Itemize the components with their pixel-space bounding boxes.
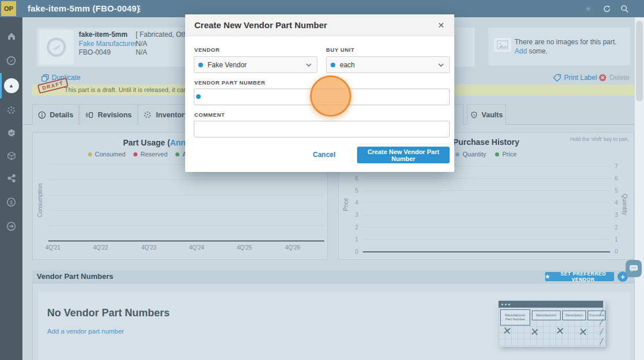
add-vendor-part-number-link[interactable]: Add a vendor part number	[47, 328, 124, 335]
legend-item-quantity: Quantity	[455, 151, 486, 158]
app-logo[interactable]: OP	[1, 1, 16, 16]
part-images-card: There are no images for this part. Add s…	[488, 28, 630, 66]
gridline	[363, 215, 610, 215]
refresh-icon[interactable]	[601, 3, 612, 14]
create-vendor-part-number-submit-button[interactable]: Create New Vendor Part Number	[357, 147, 450, 163]
quantity-dot	[455, 152, 459, 156]
vendor-part-number-input[interactable]	[194, 89, 450, 105]
sidebar-item-parts[interactable]: ▲	[0, 76, 22, 95]
left-tick: 1	[343, 236, 358, 243]
share-icon	[7, 174, 16, 183]
left-tick: 5	[343, 187, 358, 194]
right-tick: 7	[615, 163, 626, 170]
x-tick: 4Q'25	[227, 244, 262, 251]
delete-button[interactable]: Delete	[599, 74, 630, 82]
close-icon[interactable]: ✕	[436, 14, 446, 36]
empty-state-panel: No Vendor Part Numbers Add a vendor part…	[38, 292, 630, 360]
tab-vaults[interactable]: Vaults	[467, 104, 506, 125]
cancel-button[interactable]: Cancel	[313, 151, 335, 159]
reserved-dot	[133, 152, 137, 156]
arrow-right-circle-icon	[6, 221, 16, 231]
add-images-suffix: some.	[527, 47, 547, 55]
tab-details[interactable]: Details	[32, 104, 79, 125]
vendor-status-dot	[198, 63, 203, 67]
favorite-star-icon[interactable]: ★	[583, 3, 593, 14]
revisions-icon	[85, 111, 94, 119]
sidebar-item-finance[interactable]: $	[0, 192, 22, 212]
part-name: fake-item-5mm	[79, 30, 137, 40]
sidebar-item-sharing[interactable]	[0, 168, 22, 188]
buy-unit-status-dot	[331, 63, 335, 67]
gridline	[363, 202, 610, 203]
left-tick: 0	[343, 248, 358, 255]
vendor-part-number-field-label: VENDOR PART NUMBER	[194, 79, 266, 86]
left-tick: 2	[343, 224, 358, 231]
home-icon	[7, 32, 16, 41]
add-images-link[interactable]: Add	[515, 47, 527, 55]
illustration-window-bar	[499, 301, 603, 308]
support-chat-tab[interactable]	[626, 260, 642, 277]
app-window: OP fake-item-5mm (FBO-0049) ⋮ ★ ▲	[0, 0, 644, 360]
tab-revisions[interactable]: Revisions	[79, 104, 137, 125]
no-images-text: There are no images for this part.	[515, 38, 616, 47]
sidebar-item-home[interactable]	[0, 26, 22, 46]
manufacturer-link[interactable]: Fake Manufacturer	[79, 40, 137, 48]
gridline	[363, 227, 610, 228]
sidebar-item-quality[interactable]	[0, 123, 22, 143]
part-number: FBO-0049	[79, 48, 137, 58]
sidebar-item-logout[interactable]	[0, 216, 22, 236]
sidebar-item-inventory[interactable]	[0, 100, 22, 120]
comment-input[interactable]	[194, 121, 450, 137]
image-placeholder-icon	[494, 38, 511, 52]
page-scrollbar-thumb[interactable]	[636, 21, 643, 101]
vendor-select[interactable]: Fake Vendor	[194, 56, 317, 73]
gridline	[363, 239, 610, 240]
right-tick: 5	[615, 187, 626, 194]
modal-title: Create New Vendor Part Number	[194, 14, 327, 36]
legend-item-reserved: Reserved	[133, 151, 167, 158]
empty-state-title: No Vendor Part Numbers	[47, 307, 170, 319]
sidebar-item-packages[interactable]	[0, 146, 22, 166]
sidebar-item-dashboard[interactable]	[0, 51, 22, 70]
chevron-down-icon	[438, 63, 444, 67]
search-icon[interactable]	[619, 3, 630, 14]
page-scrollbar-track[interactable]	[635, 17, 644, 360]
x-tick: 4Q'23	[132, 244, 166, 251]
modal-header: Create New Vendor Part Number ✕	[185, 14, 454, 36]
chat-bubble-icon	[629, 265, 638, 273]
vendor-field-label: VENDOR	[194, 47, 220, 53]
part-identity-column: fake-item-5mm Fake Manufacturer FBO-0049	[79, 30, 137, 58]
x-tick: 4Q'26	[275, 244, 310, 251]
empty-state-illustration: Manufacturer Part Number Manufacturer De…	[499, 301, 605, 347]
dots-grid-icon	[6, 105, 16, 115]
zero-baseline	[48, 240, 324, 242]
consumed-dot	[88, 152, 92, 156]
cube-icon	[7, 151, 16, 160]
gridline	[48, 210, 324, 211]
gridline	[48, 225, 324, 226]
illustration-column: Description	[562, 311, 586, 320]
buy-unit-select[interactable]: each	[326, 56, 450, 73]
tag-icon	[553, 74, 561, 82]
allocated-dot	[175, 152, 179, 156]
print-label-button[interactable]: Print Label	[553, 74, 597, 82]
logo-swirl-icon	[46, 37, 67, 58]
vendor-part-numbers-card: No Vendor Part Numbers Add a vendor part…	[32, 283, 635, 360]
gridline	[363, 190, 610, 191]
purchase-history-plot[interactable]	[363, 162, 610, 254]
set-preferred-vendor-button[interactable]: ★ SET PREFERRED VENDOR	[545, 272, 614, 281]
left-tick: 6	[343, 175, 358, 182]
vendor-part-number-status-dot	[196, 94, 201, 99]
dollar-circle-icon: $	[6, 197, 16, 207]
shield-icon	[470, 111, 478, 119]
left-tick: 3	[343, 211, 358, 219]
chevron-down-icon	[306, 63, 312, 67]
right-tick: 2	[615, 224, 626, 231]
vendor-part-numbers-title: Vendor Part Numbers	[37, 270, 113, 283]
overflow-menu-icon[interactable]: ⋮	[133, 0, 146, 17]
right-tick: 3	[615, 211, 626, 219]
parts-icon: ▲	[4, 78, 19, 93]
illustration-column: Manufacturer	[532, 311, 561, 320]
dots-grid-icon	[143, 110, 152, 119]
x-tick: 4Q'24	[179, 244, 214, 251]
